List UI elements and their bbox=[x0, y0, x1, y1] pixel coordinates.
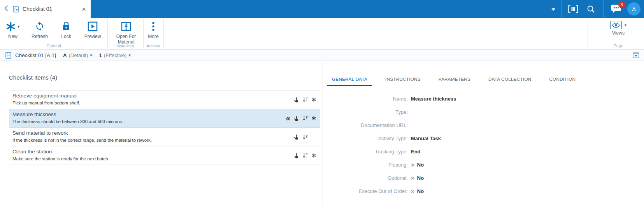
item-details-panel: GENERAL DATA INSTRUCTIONS PARAMETERS DAT… bbox=[323, 61, 644, 205]
alpha-data-collection-icon: α bbox=[284, 115, 292, 122]
item-title: Send material to rework bbox=[12, 130, 318, 136]
tab-data-collection[interactable]: DATA COLLECTION bbox=[484, 76, 536, 86]
sort-order-icon bbox=[301, 97, 309, 102]
item-description: Pick up manual from bottom shelf. bbox=[12, 101, 318, 105]
button-label: Refresh bbox=[32, 34, 48, 39]
lock-icon bbox=[62, 20, 70, 33]
details-tabs: GENERAL DATA INSTRUCTIONS PARAMETERS DAT… bbox=[327, 76, 644, 86]
preview-button[interactable]: Preview bbox=[79, 20, 107, 39]
tab-instructions[interactable]: INSTRUCTIONS bbox=[381, 76, 425, 86]
item-description: If the thickness is not in the correct r… bbox=[12, 138, 318, 142]
field-documentation-url: Documentation URL: bbox=[332, 118, 644, 132]
item-description: The thickness should be between 300 and … bbox=[12, 119, 318, 124]
item-title: Retrieve equipment manual bbox=[12, 93, 318, 99]
revision-selector[interactable]: A (Default) ▾ bbox=[63, 52, 92, 58]
group-separator bbox=[163, 19, 164, 48]
button-label: More bbox=[148, 34, 158, 39]
tab-general-data[interactable]: GENERAL DATA bbox=[327, 76, 372, 86]
item-title: Clean the station bbox=[12, 149, 318, 155]
group-label-instances: Instances bbox=[107, 43, 143, 48]
ribbon-toolbar: ▾ New Refresh Lock Preview Open For Mate… bbox=[0, 18, 644, 49]
new-dropdown-caret-icon: ▾ bbox=[18, 24, 19, 29]
views-dropdown-caret-icon: ▾ bbox=[625, 23, 626, 27]
field-value: No bbox=[417, 162, 424, 168]
group-label-general: General bbox=[0, 43, 107, 48]
open-in-window-icon[interactable] bbox=[633, 52, 639, 58]
tab-condition[interactable]: CONDITION bbox=[544, 76, 580, 86]
breadcrumb-title: Checklist 01 [A.1] bbox=[15, 52, 56, 58]
no-cross-icon: × bbox=[411, 175, 414, 181]
item-title: Measure thickness bbox=[12, 111, 318, 117]
item-description: Make sure the station is ready for the n… bbox=[12, 156, 318, 161]
version-value: 1 bbox=[99, 52, 102, 58]
group-separator bbox=[588, 19, 588, 48]
group-label-page: Page bbox=[604, 43, 633, 48]
button-label: Preview bbox=[84, 34, 101, 39]
lock-button[interactable]: Lock bbox=[55, 20, 77, 39]
chevron-down-icon: ▾ bbox=[90, 53, 92, 58]
barcode-scanner-icon[interactable] bbox=[568, 5, 578, 13]
user-avatar[interactable]: A bbox=[627, 2, 640, 16]
group-label-actions: Actions bbox=[143, 43, 163, 48]
manual-task-hand-icon bbox=[292, 153, 301, 159]
revision-value: A bbox=[63, 52, 67, 58]
field-value: End bbox=[411, 149, 421, 155]
field-floating: Floating: × No bbox=[332, 158, 644, 171]
manual-task-hand-icon bbox=[292, 115, 301, 122]
field-value: No bbox=[417, 175, 424, 181]
list-item-clean-the-station[interactable]: Clean the station Make sure the station … bbox=[9, 146, 320, 165]
field-execute-out-of-order: Execute Out of Order: × No bbox=[332, 184, 644, 198]
list-item-measure-thickness[interactable]: Measure thickness The thickness should b… bbox=[9, 109, 320, 128]
version-selector[interactable]: 1 (Effective) ▾ bbox=[99, 52, 131, 58]
back-button[interactable] bbox=[4, 5, 8, 13]
new-button[interactable]: ▾ New bbox=[1, 20, 25, 39]
field-optional: Optional: × No bbox=[332, 171, 644, 184]
revision-qualifier: (Default) bbox=[68, 52, 88, 58]
field-label: Floating: bbox=[332, 162, 408, 168]
top-bar: Checklist 01 × ▾ 3 A bbox=[0, 0, 644, 18]
version-qualifier: (Effective) bbox=[104, 52, 126, 58]
field-type: Type: bbox=[332, 105, 644, 118]
topbar-dropdown-caret-icon[interactable]: ▾ bbox=[552, 6, 556, 12]
field-label: Name: bbox=[332, 96, 408, 102]
more-button[interactable]: More bbox=[144, 20, 163, 39]
list-item-send-material-to-rework[interactable]: Send material to rework If the thickness… bbox=[9, 128, 320, 146]
field-value: No bbox=[417, 188, 424, 194]
open-for-material-button[interactable]: Open For Material bbox=[110, 20, 142, 45]
refresh-button[interactable]: Refresh bbox=[26, 20, 54, 39]
list-item-retrieve-equipment-manual[interactable]: Retrieve equipment manual Pick up manual… bbox=[9, 90, 320, 109]
preview-icon bbox=[88, 20, 98, 33]
general-data-fields: Name: Measure thickness Type: Documentat… bbox=[332, 92, 644, 198]
field-tracking-type: Tracking Type: End bbox=[332, 145, 644, 158]
checklist-document-icon bbox=[5, 52, 11, 59]
mandatory-asterisk-icon bbox=[309, 153, 318, 158]
search-icon[interactable] bbox=[587, 5, 595, 13]
topbar-actions: ▾ 3 A bbox=[552, 0, 644, 18]
field-label: Optional: bbox=[332, 175, 408, 181]
manual-task-hand-icon bbox=[292, 97, 301, 103]
field-label: Tracking Type: bbox=[332, 149, 408, 155]
button-label: Views bbox=[612, 30, 625, 36]
manual-task-hand-icon bbox=[292, 134, 301, 140]
close-tab-icon[interactable]: × bbox=[82, 5, 86, 13]
breadcrumb-bar: Checklist 01 [A.1] A (Default) ▾ 1 (Effe… bbox=[0, 49, 644, 61]
back-chevron-icon bbox=[4, 5, 8, 13]
button-label: Lock bbox=[61, 34, 71, 39]
chevron-down-icon: ▾ bbox=[128, 53, 131, 58]
sort-order-icon bbox=[301, 115, 309, 121]
checklist-items-panel: Checklist Items (4) Retrieve equipment m… bbox=[0, 61, 323, 205]
eye-icon bbox=[610, 21, 622, 29]
checklist-document-icon bbox=[13, 6, 19, 12]
tab-parameters[interactable]: PARAMETERS bbox=[434, 76, 475, 86]
views-button[interactable]: ▾ Views bbox=[604, 21, 633, 36]
field-activity-type: Activity Type: Manual Task bbox=[332, 132, 644, 145]
active-document-tab[interactable]: Checklist 01 × bbox=[0, 0, 91, 18]
field-value: Manual Task bbox=[411, 136, 441, 141]
topbar-separator bbox=[561, 0, 562, 18]
field-label: Documentation URL: bbox=[332, 122, 408, 128]
field-label: Type: bbox=[332, 109, 408, 115]
topbar-separator bbox=[603, 0, 604, 18]
field-label: Execute Out of Order: bbox=[332, 188, 408, 194]
new-asterisk-icon: ▾ bbox=[6, 20, 19, 33]
messages-icon[interactable]: 3 bbox=[611, 4, 621, 14]
